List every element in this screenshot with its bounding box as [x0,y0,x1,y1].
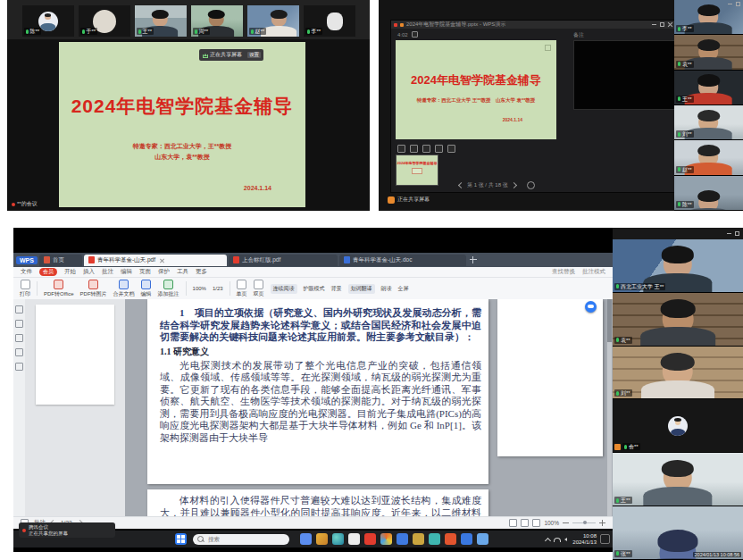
tray-expand-icon[interactable] [545,537,550,542]
slide-thumbnail[interactable]: 2024年电智学院基金辅导 [396,155,438,186]
notepad-icon[interactable] [348,533,360,545]
messenger-icon[interactable] [461,533,472,545]
attachment-icon[interactable] [15,348,23,356]
app-red-icon[interactable] [364,533,376,545]
search-icon[interactable] [15,363,23,371]
prev-slide-icon[interactable] [458,182,464,188]
photos-app-icon[interactable] [316,533,328,545]
menu-insert[interactable]: 插入 [83,268,95,276]
page-thumbnail-panel[interactable] [25,299,125,517]
participant-tile[interactable]: 袁** [674,35,743,70]
taskbar-search[interactable] [193,534,289,545]
tab-document[interactable]: 上会标红版.pdf [229,255,338,266]
fullscreen-button[interactable]: 全屏 [398,285,409,293]
page-thumbnail[interactable] [36,305,114,405]
browser-icon[interactable] [332,533,344,545]
fit-page-icon[interactable] [532,519,540,527]
close-tab-icon[interactable] [160,258,164,263]
scrollbar-thumb[interactable] [607,299,612,342]
participant-tile[interactable]: 李** [304,5,355,37]
close-icon[interactable] [668,22,672,27]
mail-icon[interactable] [477,533,488,545]
thumbnails-icon[interactable] [15,320,23,328]
merge-docs-button[interactable]: 合并文档 [113,280,135,298]
participant-tile[interactable]: 袁** [613,293,743,347]
tab-document-active[interactable]: 青年科学基金-山天.pdf [84,255,227,266]
zoom-in-icon[interactable] [599,520,605,526]
find-replace-button[interactable]: 查找替换 [552,268,575,276]
participant-tile[interactable]: 王** [674,71,743,105]
menu-start[interactable]: 开始 [64,268,76,276]
pause-icon[interactable] [412,31,418,38]
minimize-icon[interactable] [727,231,731,236]
notification-center-icon[interactable] [600,534,610,544]
bookmark-icon[interactable] [15,305,23,313]
wps-logo[interactable]: WPS [16,256,38,264]
participant-tile[interactable]: 刘** [674,105,743,140]
add-comment-button[interactable]: 添加批注 [158,280,179,298]
start-button[interactable] [175,533,187,545]
new-tab-button[interactable] [468,255,479,265]
app-teal-icon[interactable] [429,533,440,545]
magnifier-icon[interactable] [447,145,455,153]
view-mode-icon[interactable] [509,519,517,527]
participant-tile[interactable]: 赵** [674,140,743,175]
wps-app-icon[interactable] [445,533,456,545]
participant-tile[interactable]: 周** [191,5,243,37]
comments-icon[interactable] [15,334,23,342]
minimize-icon[interactable] [652,22,656,27]
zoom-select[interactable]: 100% [193,286,206,291]
zoom-out-icon[interactable] [563,520,569,526]
participant-tile[interactable]: 刘** [613,347,743,400]
menu-tools[interactable]: 工具 [177,268,188,276]
volume-icon[interactable] [563,537,568,542]
menu-edit[interactable]: 编辑 [121,268,132,276]
tab-home[interactable]: 首页 [39,255,82,266]
page-nav[interactable]: 1/23 [213,286,223,291]
eraser-icon[interactable] [435,145,443,153]
participant-tile[interactable]: 王** [135,5,187,37]
maximize-icon[interactable] [736,2,740,6]
pdf-to-office-button[interactable]: PDF转Office [44,280,74,298]
taskbar-clock[interactable]: 10:08 2024/1/13 [572,533,597,546]
participant-tile[interactable]: 张** 2024/01/13 10:08:56 [613,506,743,560]
menu-comment[interactable]: 批注 [102,268,113,276]
highlighter-icon[interactable] [422,145,430,153]
participant-tile[interactable]: 陈** [674,176,743,211]
eye-protect-button[interactable]: 护眼模式 [304,285,325,293]
participant-tile[interactable]: 于** [79,5,130,37]
double-page-button[interactable]: 双页 [254,280,264,298]
tab-document[interactable]: 青年科学基金-山天.doc [339,255,466,266]
minimize-icon[interactable] [728,2,732,6]
zoom-slider[interactable] [572,522,596,523]
menu-file[interactable]: 文件 [21,268,32,276]
participant-tile[interactable]: 陈** [22,5,74,37]
background-button[interactable]: 背景 [331,285,342,293]
continuous-read-button[interactable]: 连续阅读 [271,284,297,294]
maximize-icon[interactable] [735,231,739,236]
comment-mode-button[interactable]: 批注模式 [582,268,605,276]
menu-page[interactable]: 页面 [139,268,151,276]
print-button[interactable]: 打印 [20,280,30,298]
vertical-scrollbar[interactable] [607,299,612,517]
participant-tile[interactable]: 会** [613,399,743,453]
share-control-bar[interactable]: 正在共享屏幕 设置 [199,49,263,61]
pdf-to-image-button[interactable]: PDF转图片 [80,280,107,298]
search-input[interactable] [206,535,276,543]
finance-app-icon[interactable] [413,533,424,545]
participant-tile[interactable]: 西北工业大学 王** [613,239,743,293]
member-badge[interactable]: 会员 [39,268,57,276]
laser-pointer-icon[interactable] [410,145,418,153]
maximize-icon[interactable] [660,22,664,27]
ai-assistant-button[interactable] [585,301,597,313]
edit-button[interactable]: 编辑 [141,280,152,298]
participant-tile[interactable]: 赵** [247,5,299,37]
two-page-view-icon[interactable] [521,519,529,527]
network-icon[interactable] [554,537,559,542]
paint-app-icon[interactable] [380,533,392,545]
word-translate-button[interactable]: 划词翻译 [348,284,375,294]
share-settings-button[interactable]: 设置 [247,52,261,58]
read-aloud-button[interactable]: 朗读 [381,285,392,293]
pager-menu-icon[interactable] [527,181,535,189]
participant-tile[interactable]: 王** [613,453,743,506]
